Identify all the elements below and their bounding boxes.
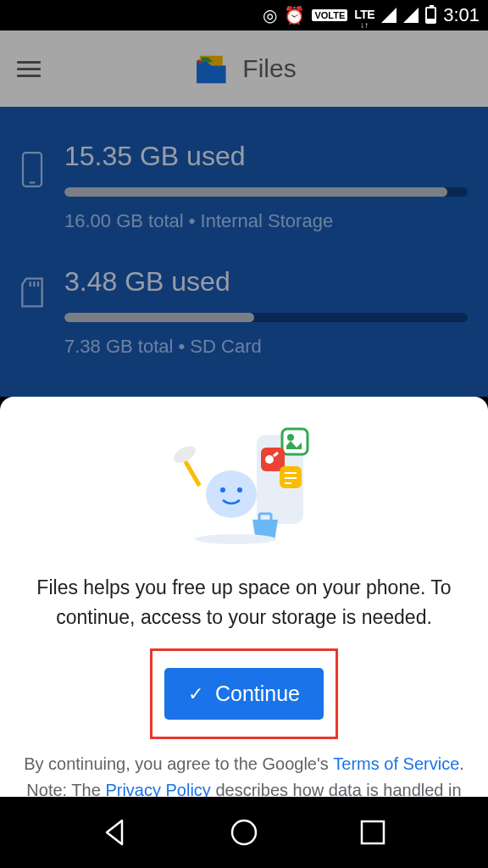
status-time: 3:01 (443, 4, 480, 26)
onboarding-sheet: Files helps you free up space on your ph… (0, 397, 488, 797)
lte-indicator: LTE ↓↑ (354, 3, 374, 28)
signal-icon-1 (381, 8, 396, 23)
cleanup-illustration (20, 422, 468, 549)
battery-icon (425, 7, 436, 24)
tos-link[interactable]: Terms of Service (333, 754, 459, 773)
svg-point-15 (220, 487, 225, 492)
svg-point-20 (232, 821, 256, 844)
highlight-annotation: ✓ Continue (150, 648, 338, 739)
svg-point-19 (195, 534, 276, 544)
svg-point-7 (287, 434, 294, 441)
svg-point-16 (237, 487, 242, 492)
continue-label: Continue (215, 682, 300, 706)
back-button[interactable] (100, 817, 130, 848)
navigation-bar (0, 797, 488, 868)
svg-rect-6 (282, 429, 308, 454)
svg-rect-21 (362, 821, 384, 843)
recents-button[interactable] (358, 817, 388, 848)
continue-button[interactable]: ✓ Continue (164, 668, 324, 720)
home-button[interactable] (229, 817, 259, 848)
onboarding-message: Files helps you free up space on your ph… (20, 573, 468, 632)
checkmark-icon: ✓ (188, 683, 203, 705)
volte-badge: VOLTE (312, 9, 347, 21)
status-bar: ◎ ⏰ VOLTE LTE ↓↑ 3:01 (0, 0, 488, 31)
svg-point-9 (265, 455, 274, 464)
signal-icon-2 (403, 8, 419, 23)
alarm-icon: ⏰ (284, 5, 305, 25)
modal-overlay (0, 31, 488, 397)
svg-point-14 (206, 470, 257, 518)
hotspot-icon: ◎ (263, 5, 277, 25)
